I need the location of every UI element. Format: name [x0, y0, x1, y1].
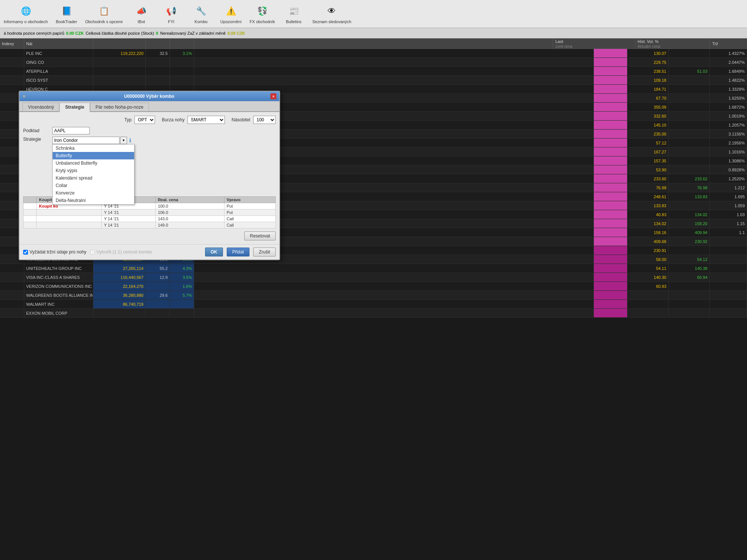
- toolbar-obchodnik[interactable]: 📋 Obchodník s opcemi: [85, 4, 123, 24]
- dropdown-item-schranka[interactable]: Schránka: [53, 144, 134, 152]
- td-pink: [594, 237, 627, 246]
- td-last: 230.91: [627, 246, 669, 255]
- burza-label: Burza nohy: [162, 117, 185, 122]
- td-last: 409.68: [627, 237, 669, 246]
- combo-td-action: [24, 209, 37, 216]
- toolbar-booktrader[interactable]: 📘 BookTrader: [55, 4, 78, 24]
- td-index: [0, 309, 24, 317]
- td-last2: 158.20: [669, 219, 710, 228]
- td-name: ISCO SYST: [24, 76, 93, 84]
- td-name: VISA INC-CLASS A SHARES: [24, 273, 93, 281]
- ibot-icon: 📣: [134, 4, 149, 18]
- checkbox2[interactable]: [90, 250, 95, 255]
- eye-icon: 👁: [324, 4, 339, 18]
- toolbar-upozorneni[interactable]: ⚠️ Upozornění: [220, 4, 242, 24]
- td-pink: [594, 112, 627, 120]
- col-header-hist-sub: Aktuální cena: [635, 44, 710, 49]
- ok-button[interactable]: OK: [205, 248, 223, 256]
- td-n1: [146, 282, 170, 290]
- td-hist: [710, 309, 747, 317]
- info-icon[interactable]: ℹ: [129, 137, 131, 143]
- td-index: [0, 291, 24, 299]
- toolbar-informamy[interactable]: 🌐 Informamy o obchodech: [4, 4, 48, 24]
- td-pink: [594, 228, 627, 237]
- td-hist: 1.695: [710, 192, 747, 201]
- td-hist: 0.8928%: [710, 165, 747, 174]
- td-n1: [146, 58, 170, 66]
- tab-par[interactable]: Pár nebo Noha-po-noze: [90, 103, 149, 111]
- podklad-label: Podklad: [23, 128, 49, 133]
- td-hist: 1.6872%: [710, 103, 747, 111]
- toolbar-bulletins[interactable]: 📰 Bulletins: [282, 4, 305, 24]
- td-pct: 4.3%: [170, 264, 194, 273]
- typ-select[interactable]: OPT: [134, 116, 155, 124]
- tab-strategie[interactable]: Strategie: [59, 103, 90, 112]
- dropdown-item-collar[interactable]: Collar: [53, 182, 134, 189]
- td-last: 145.10: [627, 121, 669, 129]
- col-header-name: Nái: [24, 38, 93, 49]
- td-last2: [669, 165, 710, 174]
- toolbar: 🌐 Informamy o obchodech 📘 BookTrader 📋 O…: [0, 0, 747, 28]
- toolbar-kombo-label: Kombo: [195, 19, 208, 24]
- toolbar-fx[interactable]: 💱 FX obchodník: [249, 4, 275, 24]
- resetovat-button[interactable]: Resetovat: [244, 231, 276, 240]
- td-last2: 60.94: [669, 273, 710, 281]
- td-last: 157.35: [627, 156, 669, 165]
- toolbar-seznam[interactable]: 👁 Seznam sledovaných: [312, 4, 351, 24]
- td-vol: [93, 76, 146, 84]
- table-row: VISA INC-CLASS A SHARES116,440,56712.93.…: [0, 273, 747, 282]
- td-pink: [594, 183, 627, 192]
- status-val2: 0: [156, 31, 158, 35]
- td-last2: [669, 156, 710, 165]
- td-hist: 1.1: [710, 228, 747, 237]
- combo-row: Y 14 '21 106.0 Put: [24, 209, 276, 216]
- td-n1: [146, 76, 170, 84]
- td-hist: [710, 246, 747, 255]
- toolbar-fyi[interactable]: 📢 FYI: [160, 4, 182, 24]
- burza-select[interactable]: SMART: [187, 116, 225, 124]
- dialog-close-button[interactable]: ✕: [270, 93, 276, 99]
- dropdown-item-kryty[interactable]: Krytý výpis: [53, 167, 134, 174]
- dialog-footer: Vyžádat tržní údaje pro nohy Vytvořit (1…: [19, 244, 279, 259]
- pridat-button[interactable]: Přidat: [227, 248, 249, 256]
- combo-th-action: [24, 197, 37, 203]
- td-vol: [93, 67, 146, 75]
- td-pct: [170, 76, 194, 84]
- td-index: [0, 76, 24, 84]
- dropdown-item-konverze[interactable]: Konverze: [53, 189, 134, 197]
- dropdown-item-unbalanced[interactable]: Unbalanced Butterfly: [53, 159, 134, 167]
- td-last: 158.16: [627, 228, 669, 237]
- toolbar-ibot[interactable]: 📣 IBot: [130, 4, 152, 24]
- combo-td-type: [37, 222, 102, 228]
- td-hist: 2.1956%: [710, 139, 747, 147]
- zrusit-button[interactable]: Zrušit: [253, 248, 276, 256]
- td-last2: [669, 282, 710, 290]
- nasobitel-select[interactable]: 100: [253, 116, 276, 124]
- td-last: 130.07: [627, 49, 669, 57]
- fx-icon: 💱: [255, 4, 270, 18]
- combo-td-price: 106.0: [155, 209, 224, 216]
- toolbar-obchodnik-label: Obchodník s opcemi: [85, 19, 123, 24]
- td-last: 54.11: [627, 264, 669, 273]
- dropdown-item-delta[interactable]: Delta-Neutralní: [53, 197, 134, 204]
- td-last2: [669, 112, 710, 120]
- podklad-input[interactable]: [52, 127, 90, 134]
- dropdown-item-butterfly[interactable]: Butterfly: [53, 152, 134, 159]
- td-n1: 55.2: [146, 264, 170, 273]
- table-row: VERIZON COMMUNICATIONS INC22,164,2701.6%…: [0, 282, 747, 291]
- td-index: [0, 58, 24, 66]
- td-last: 76.98: [627, 183, 669, 192]
- dropdown-item-kalendar[interactable]: Kalendární spread: [53, 174, 134, 182]
- checkbox1[interactable]: [23, 250, 28, 255]
- strategie-dropdown-button[interactable]: ▼: [120, 137, 127, 144]
- td-hist: 1.3329%: [710, 85, 747, 93]
- table-row: WALMART INC86,740,719: [0, 300, 747, 309]
- td-last: 355.09: [627, 103, 669, 111]
- toolbar-kombo[interactable]: 🔧 Kombo: [190, 4, 212, 24]
- td-last: 57.12: [627, 139, 669, 147]
- combo-td-action: [24, 216, 37, 222]
- td-index: [0, 49, 24, 57]
- strategie-input[interactable]: [52, 137, 120, 144]
- td-last: 67.70: [627, 94, 669, 102]
- tab-vicenasobny[interactable]: Vícenásobný: [22, 103, 59, 111]
